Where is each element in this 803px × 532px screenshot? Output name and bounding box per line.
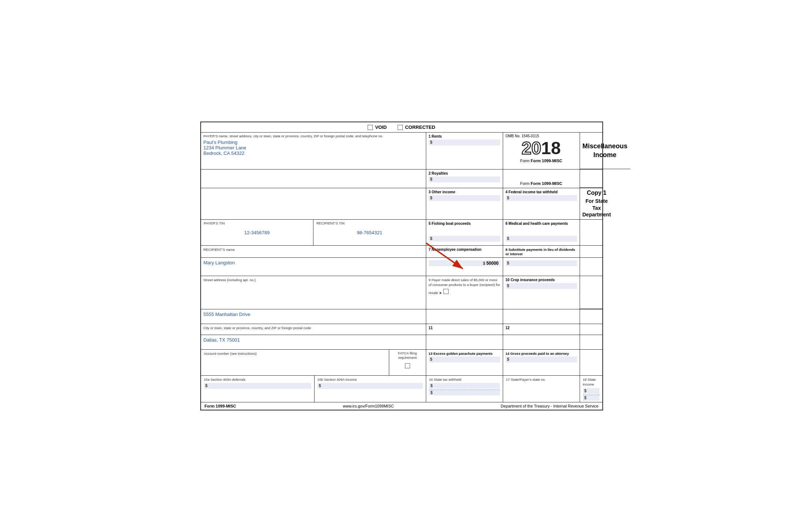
city-value: Dallas, TX 75001 <box>204 336 423 343</box>
form-footer: Form 1099-MISC www.irs.gov/Form1099MISC … <box>201 402 602 410</box>
box18-dollar-field-2: $ <box>583 395 599 401</box>
box12-cell: 12 <box>503 324 580 335</box>
footer-form-name: Form 1099-MISC <box>205 404 236 408</box>
box3-dollar-field: $ <box>429 195 500 201</box>
recipient-name-label-cell: RECIPIENT’S name <box>201 246 426 257</box>
box2-label: 2 Royalties <box>429 171 448 175</box>
account-label: Account number (see instructions) <box>204 351 257 356</box>
box9-label: 9 Payer made direct sales of $5,000 or m… <box>429 278 500 295</box>
right-spacer-11 <box>580 350 602 375</box>
box6-label: 6 Medical and health care payments <box>506 222 568 226</box>
fatca-checkbox[interactable] <box>405 363 410 368</box>
row-8: 5555 Manhattan Drive <box>201 309 602 324</box>
box8-value-cell: $ <box>503 258 580 276</box>
box7-value-cell: $ 50000 <box>426 258 503 276</box>
box3-other-income-cell: 3 Other income $ <box>426 188 503 219</box>
recipient-name-value: Mary Langston <box>204 259 423 266</box>
recipient-tin-label: RECIPIENT’S TIN <box>316 221 423 226</box>
box14-dollar-field: $ <box>506 357 577 362</box>
box6-medical-cell: 6 Medical and health care payments $ <box>503 220 580 245</box>
box14-cell: 14 Gross proceeds paid to an attorney $ <box>503 350 580 375</box>
box8-dollar-field: $ <box>506 260 577 266</box>
row-6: Mary Langston $ 50000 $ <box>201 258 602 276</box>
box15b-label: 15b Section 409A income <box>317 377 357 382</box>
row-11: Account number (see instructions) FATCA … <box>201 350 602 376</box>
box18-cell: 18 State income $ $ <box>580 376 602 402</box>
recipient-name-value-cell: Mary Langston <box>201 258 426 276</box>
payer-spacer-2 <box>201 188 426 219</box>
box10-label: 10 Crop insurance proceeds <box>506 278 555 282</box>
row-3: 3 Other income $ 4 Federal income tax wi… <box>201 188 602 220</box>
box6-dollar-field: $ <box>506 236 577 242</box>
title-cell-2 <box>580 170 602 188</box>
copy-sublabel: For State Tax Department <box>583 198 611 218</box>
box12-label: 12 <box>506 326 510 330</box>
void-checkbox[interactable] <box>368 125 373 130</box>
year-outline: 20 <box>522 139 541 157</box>
city-label: City or town, state or province, country… <box>204 326 311 330</box>
box4-label: 4 Federal income tax withheld <box>506 190 558 194</box>
corrected-label: CORRECTED <box>405 124 435 130</box>
street-value-cell: 5555 Manhattan Drive <box>201 309 426 324</box>
copy-label: Copy 1 <box>587 190 606 196</box>
fatca-cell: FATCA filing requirement <box>389 350 426 375</box>
form-1099-misc: VOID CORRECTED PAYER’S name, street addr… <box>200 122 603 410</box>
recipient-tin-value: 98-7654321 <box>316 230 423 235</box>
row-7: Street address (including apt. no.) 9 Pa… <box>201 276 602 309</box>
box11-cell: 11 <box>426 324 503 335</box>
box7-label: 7 Nonemployee compensation <box>429 248 482 252</box>
box5-fishing-cell: 5 Fishing boat proceeds $ <box>426 220 503 245</box>
omb-cell: OMB No. 1545-0115 20 18 Form Form 1099-M… <box>503 133 580 169</box>
box4-federal-tax-cell: 4 Federal income tax withheld $ <box>503 188 580 219</box>
box8-substitute-label-cell: 8 Substitute payments in lieu of dividen… <box>503 246 580 257</box>
right-spacer-8 <box>580 309 602 324</box>
form-header: VOID CORRECTED <box>201 122 602 133</box>
copy1-cont <box>580 220 602 245</box>
row-2: 2 Royalties $ Form Form 1099-MISC <box>201 170 602 188</box>
box15a-dollar-field: $ <box>204 383 311 389</box>
box18-label: 18 State income <box>583 377 596 386</box>
street-label: Street address (including apt. no.) <box>204 278 256 282</box>
form-1099-name: Form 1099-MISC <box>531 181 562 186</box>
payer-section-label: PAYER’S name, street address, city or to… <box>204 134 423 138</box>
copy1-cont-4 <box>580 276 602 309</box>
box7-nonemployee-label-cell: 7 Nonemployee compensation <box>426 246 503 257</box>
box7-dollar-sign: $ <box>483 261 485 265</box>
row-5: RECIPIENT’S name 7 Nonemployee compensat… <box>201 246 602 258</box>
box11-spacer <box>426 335 503 349</box>
box1-label: 1 Rents <box>429 134 442 138</box>
row-4: PAYER’S TIN 12-3456789 RECIPIENT’S TIN 9… <box>201 220 602 246</box>
box16-label: 16 State tax withheld <box>429 377 461 382</box>
form-title-line1: Miscellaneous <box>583 142 628 150</box>
right-spacer-9 <box>580 324 602 335</box>
box13-cell: 13 Excess golden parachute payments $ <box>426 350 503 375</box>
corrected-checkbox[interactable] <box>398 125 403 130</box>
box10-spacer <box>503 309 580 324</box>
copy1-cont-2 <box>580 246 602 257</box>
box11-label: 11 <box>429 326 433 330</box>
recipient-tin-cell: RECIPIENT’S TIN 98-7654321 <box>313 220 426 245</box>
box1-dollar-field: $ <box>429 139 500 145</box>
payer-tin-label: PAYER’S TIN <box>204 221 311 226</box>
box17-cell: 17 State/Payer’s state no. <box>503 376 580 402</box>
payer-tin-cell: PAYER’S TIN 12-3456789 <box>201 220 314 245</box>
void-checkbox-item: VOID <box>368 124 387 130</box>
row-12: 15a Section 409A deferrals $ 15b Section… <box>201 376 602 402</box>
box8-label: 8 Substitute payments in lieu of dividen… <box>506 248 575 256</box>
footer-url: www.irs.gov/Form1099MISC <box>343 404 394 408</box>
box16-dollar-field-2: $ <box>429 390 500 395</box>
box9-payer-direct-cell: 9 Payer made direct sales of $5,000 or m… <box>426 276 503 309</box>
row-10: Dallas, TX 75001 <box>201 335 602 350</box>
box7-dollar-field: $ 50000 <box>429 260 500 266</box>
city-value-cell: Dallas, TX 75001 <box>201 335 426 349</box>
box7-value: 50000 <box>486 261 498 266</box>
box12-spacer <box>503 335 580 349</box>
payer-spacer <box>201 170 426 188</box>
box9-checkbox[interactable] <box>443 289 449 294</box>
box4-dollar-field: $ <box>506 195 577 201</box>
box10-dollar-field: $ <box>506 283 577 289</box>
recipient-name-label: RECIPIENT’S name <box>204 248 235 252</box>
payer-tin-value: 12-3456789 <box>204 230 311 235</box>
copy1-cell: Copy 1 For State Tax Department <box>580 188 614 219</box>
box16-dollar-field-1: $ <box>429 383 500 389</box>
